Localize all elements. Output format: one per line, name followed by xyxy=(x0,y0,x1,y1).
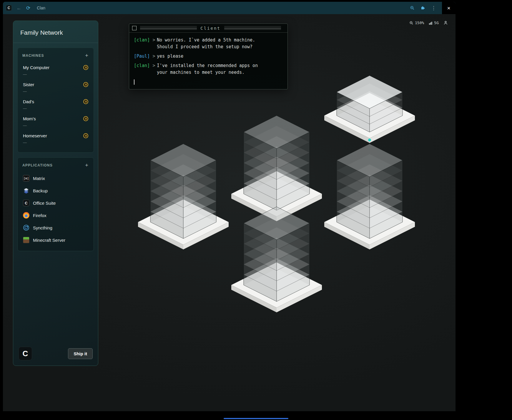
person-icon xyxy=(443,21,448,25)
chat-message: [clan] > I've installed the recommended … xyxy=(134,62,283,76)
network-canvas: 150% 5G Client xyxy=(3,14,456,411)
machine-detail: — xyxy=(23,106,88,111)
sidebar-title: Family Network xyxy=(13,21,98,43)
terminal-titlebar[interactable]: Client xyxy=(129,24,287,33)
message-arrow: > xyxy=(151,53,157,60)
machine-name: Sister xyxy=(23,82,34,87)
minecraft-icon xyxy=(23,237,29,243)
backup-icon xyxy=(23,187,29,194)
machine-name: Mom's xyxy=(23,116,36,121)
ship-it-button[interactable]: Ship it xyxy=(68,348,93,359)
signal-bars-icon xyxy=(429,21,433,25)
chat-message: [clan] > No worries. I`ve added a 5th ma… xyxy=(134,37,283,50)
add-application-button[interactable]: + xyxy=(84,162,89,168)
machine-name: Dad's xyxy=(23,99,34,104)
message-text: I've installed the recommended apps on y… xyxy=(157,62,269,76)
terminal-square-icon[interactable] xyxy=(132,26,137,30)
application-list-item[interactable]: Backup xyxy=(22,184,89,197)
machine-status-icon xyxy=(83,99,88,104)
application-list-item[interactable]: [m] Matrix xyxy=(22,172,89,184)
application-list-item[interactable]: Minecraft Server xyxy=(22,234,89,246)
message-text: No worries. I`ve added a 5th machine. Sh… xyxy=(157,37,269,50)
machine-list-item[interactable]: Dad's — xyxy=(22,96,89,114)
message-sender: [Paul] xyxy=(134,53,151,60)
machine-node[interactable] xyxy=(323,68,417,146)
application-list-item[interactable]: Syncthing xyxy=(22,221,89,234)
application-name: Syncthing xyxy=(33,225,52,230)
sidebar: Family Network MACHINES + My Computer — xyxy=(13,21,98,366)
zoom-control[interactable]: 150% xyxy=(409,21,424,25)
firefox-icon xyxy=(23,212,29,219)
terminal-title: Client xyxy=(200,26,221,31)
message-arrow: > xyxy=(151,37,157,50)
machines-section: MACHINES + My Computer — Sister xyxy=(17,48,94,153)
zoom-icon[interactable] xyxy=(410,6,415,10)
machine-name: My Computer xyxy=(23,65,49,70)
user-control[interactable] xyxy=(443,21,448,25)
machine-list-item[interactable]: Homeserver — xyxy=(22,131,89,148)
chat-message: [Paul] > yes please xyxy=(134,53,283,60)
terminal-body[interactable]: [clan] > No worries. I`ve added a 5th ma… xyxy=(129,33,287,89)
syncthing-icon xyxy=(23,224,29,231)
message-sender: [clan] xyxy=(134,37,151,50)
application-name: Firefox xyxy=(33,213,46,218)
message-sender: [clan] xyxy=(134,62,151,76)
network-label: 5G xyxy=(434,21,439,25)
machine-node[interactable] xyxy=(230,201,324,315)
machine-list-item[interactable]: My Computer — xyxy=(22,62,89,79)
network-status[interactable]: 5G xyxy=(429,21,439,25)
topbar-right: ⋮ xyxy=(410,5,436,11)
machine-node[interactable] xyxy=(323,138,417,252)
zoom-level: 150% xyxy=(415,21,424,25)
application-name: Office Suite xyxy=(33,201,56,206)
machine-status-icon xyxy=(83,82,88,87)
text-cursor xyxy=(134,79,134,85)
client-terminal: Client [clan] > No worries. I`ve added a… xyxy=(129,24,288,89)
application-list-item[interactable]: C Office Suite xyxy=(22,197,89,209)
machine-status-icon xyxy=(83,65,88,70)
application-name: Backup xyxy=(33,188,48,193)
add-machine-button[interactable]: + xyxy=(84,53,89,58)
back-icon[interactable]: ← xyxy=(16,6,21,11)
machine-status-icon xyxy=(83,116,88,121)
applications-section: APPLICATIONS + [m] Matrix Backup xyxy=(17,157,94,251)
input-line[interactable] xyxy=(134,79,283,84)
machine-detail: — xyxy=(23,89,88,94)
sidebar-footer: C Ship it xyxy=(13,341,98,366)
machine-detail: — xyxy=(23,140,88,145)
browser-topbar: C ← ⟳ Clan ⋮ × xyxy=(3,2,456,14)
machine-status-icon xyxy=(83,133,88,138)
applications-header: APPLICATIONS xyxy=(22,163,53,167)
machine-list-item[interactable]: Sister — xyxy=(22,79,89,96)
titlebar-hatch xyxy=(224,26,281,30)
application-name: Minecraft Server xyxy=(33,238,65,243)
machine-node[interactable] xyxy=(136,138,230,252)
home-indicator[interactable] xyxy=(224,418,288,419)
machine-list-item[interactable]: Mom's — xyxy=(22,114,89,131)
topbar-left: C ← ⟳ Clan xyxy=(6,5,45,11)
app-content: 150% 5G Client xyxy=(3,14,456,411)
reload-icon[interactable]: ⟳ xyxy=(26,6,30,11)
matrix-icon: [m] xyxy=(23,175,29,181)
clan-logo: C xyxy=(19,347,32,360)
close-area: × xyxy=(442,2,456,14)
message-arrow: > xyxy=(151,62,157,76)
office-suite-icon: C xyxy=(23,200,29,206)
application-name: Matrix xyxy=(33,176,45,181)
machines-header: MACHINES xyxy=(22,54,44,58)
browser-window: C ← ⟳ Clan ⋮ × xyxy=(3,2,456,411)
app-favicon: C xyxy=(6,5,12,11)
machine-detail: — xyxy=(23,123,88,128)
canvas-hud: 150% 5G xyxy=(409,21,448,25)
message-text: yes please xyxy=(157,53,269,60)
machine-detail: — xyxy=(23,72,88,76)
titlebar-hatch xyxy=(140,26,197,30)
window-title: Clan xyxy=(37,6,45,10)
machine-name: Homeserver xyxy=(23,133,47,138)
kebab-menu-icon[interactable]: ⋮ xyxy=(431,5,436,11)
close-icon[interactable]: × xyxy=(447,5,450,11)
extensions-icon[interactable] xyxy=(420,6,425,10)
application-list-item[interactable]: Firefox xyxy=(22,209,89,221)
